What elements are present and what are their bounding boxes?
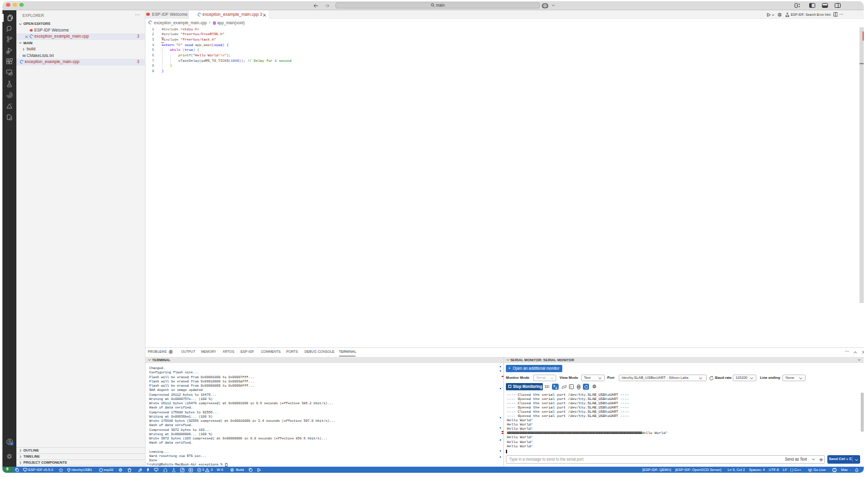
svg-text:1: 1 — [11, 442, 12, 445]
